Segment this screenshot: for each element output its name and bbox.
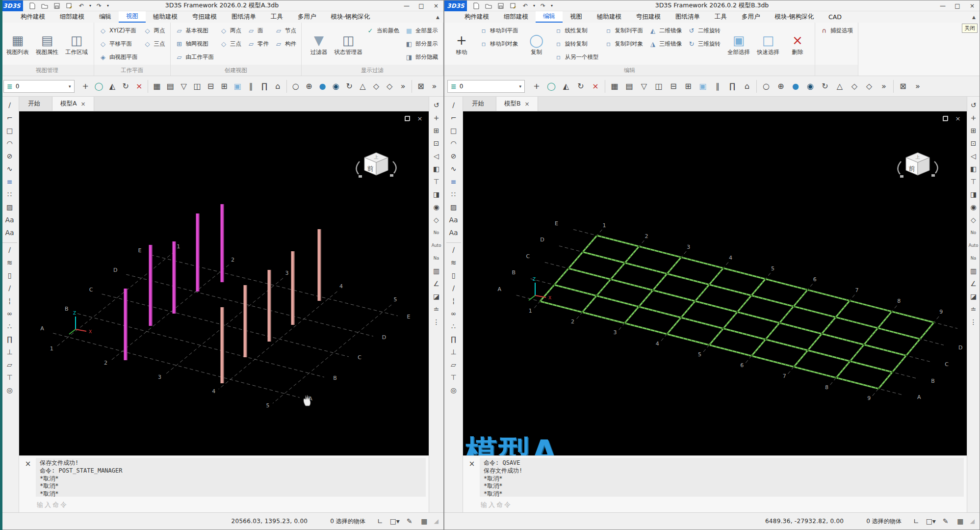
menu-tab[interactable]: 模块-钢构深化 <box>324 11 378 23</box>
ribbon-mirror-3d[interactable]: ◮三维镜像 <box>647 37 684 50</box>
column-member-icon[interactable]: ▯ <box>447 269 460 281</box>
shaded-mode-icon[interactable]: ● <box>789 80 802 93</box>
ribbon-partial-show[interactable]: ◧部分显示 <box>403 37 440 50</box>
sep[interactable] <box>148 80 148 93</box>
redo-dropdown-icon[interactable]: ▾ <box>551 3 553 8</box>
more-tools-icon[interactable]: ⋮ <box>967 316 980 328</box>
ribbon-quick-select[interactable]: □快速选择 <box>754 24 782 64</box>
mirror-tool-icon[interactable]: ◭ <box>559 80 573 93</box>
draw-arc-icon[interactable]: ◠ <box>3 137 16 149</box>
partial-hide-icon[interactable]: ⊟ <box>667 80 680 93</box>
tee-section-icon[interactable]: ⊤ <box>3 371 16 383</box>
divider[interactable] <box>446 239 461 243</box>
frame-icon[interactable]: ∏ <box>447 333 460 345</box>
cube-view-icon[interactable]: ◇ <box>370 80 382 93</box>
menu-tab[interactable]: 编辑 <box>92 11 119 23</box>
open-file-button[interactable] <box>484 1 493 10</box>
ribbon-work-area[interactable]: ◫工作区域 <box>62 24 91 64</box>
viewport-model-b[interactable]: EEDDCCBBAA112233445566778899XZ上前 × 模型A <box>463 111 967 455</box>
align-icon[interactable]: ≐ <box>967 303 980 315</box>
command-input[interactable] <box>480 501 918 509</box>
draw-line-icon[interactable]: ∕ <box>3 99 16 111</box>
delete-tool-icon[interactable]: × <box>133 80 145 93</box>
sep[interactable] <box>286 80 287 93</box>
ribbon-two-points-2[interactable]: ◇两点 <box>218 24 243 37</box>
front-view-icon[interactable]: ◨ <box>430 188 443 200</box>
filter-icon[interactable]: ▽ <box>637 80 651 93</box>
beam-member-icon[interactable]: ∕ <box>447 243 460 256</box>
ribbon-move[interactable]: +移动 <box>447 24 476 64</box>
ribbon-face-view[interactable]: ▱面 <box>245 24 271 37</box>
show-all-icon[interactable]: ⊞ <box>218 80 230 93</box>
rendered-mode-icon[interactable]: ◉ <box>803 80 817 93</box>
ribbon-node-view[interactable]: ▱节点 <box>273 24 298 37</box>
close-button[interactable]: × <box>429 0 443 11</box>
viewport-restore-icon[interactable] <box>403 114 411 122</box>
ribbon-three-points[interactable]: ◇三点 <box>142 37 167 50</box>
tab-close-icon[interactable]: × <box>81 101 86 107</box>
filter-icon[interactable]: ▽ <box>178 80 190 93</box>
menu-tab[interactable]: 弯扭建模 <box>629 11 668 23</box>
draw-line-icon[interactable]: ∕ <box>447 99 460 111</box>
sep[interactable] <box>605 80 605 93</box>
plate-member-icon[interactable]: ≋ <box>447 256 460 268</box>
minimize-button[interactable]: — <box>935 0 950 11</box>
ribbon-from-another-model[interactable]: ▫从另一个模型 <box>553 51 601 63</box>
auto-snap-icon[interactable]: Auto <box>430 239 443 251</box>
ribbon-copy[interactable]: ◯复制 <box>522 24 551 64</box>
no-snap-icon[interactable]: No <box>430 226 443 238</box>
text-style-icon[interactable]: Aa <box>3 226 16 238</box>
prev-view-icon[interactable]: ◁ <box>430 150 443 162</box>
undo-button[interactable]: ↶ <box>77 1 86 10</box>
section-view-icon[interactable]: ∥ <box>711 80 724 93</box>
sketch-add-icon[interactable]: ⊕ <box>774 80 788 93</box>
plan-view-icon[interactable]: ∏ <box>258 80 270 93</box>
cube-view-2-icon[interactable]: ◇ <box>384 80 396 93</box>
mirror-tool-icon[interactable]: ◭ <box>106 80 118 93</box>
zoom-extents-icon[interactable]: ⊞ <box>430 124 443 136</box>
menu-tab[interactable]: 工具 <box>263 11 290 23</box>
text-icon[interactable]: Aa <box>3 213 16 226</box>
ribbon-copy-to-object[interactable]: ▫复制到对象 <box>603 37 645 50</box>
axis-line-icon[interactable]: ¦ <box>3 294 16 307</box>
document-tab[interactable]: 模型A× <box>52 97 94 111</box>
ribbon-move-to-object[interactable]: ▫移动到对象 <box>478 37 520 50</box>
draw-spline-icon[interactable]: ∿ <box>3 162 16 175</box>
ribbon-state-manager[interactable]: ◫状态管理器 <box>334 24 362 64</box>
annotation-pen-icon[interactable]: ✎ <box>404 515 415 527</box>
ribbon-xyz-plane[interactable]: ◇XY(Z)平面 <box>97 24 140 37</box>
sep[interactable] <box>412 80 412 93</box>
app-logo[interactable]: 3D3S <box>444 0 467 11</box>
auto-snap-icon[interactable]: Auto <box>967 239 980 251</box>
menu-tab[interactable]: 辅助建模 <box>146 11 185 23</box>
orbit-view-icon[interactable]: ↻ <box>818 80 832 93</box>
plate-member-icon[interactable]: ≋ <box>3 256 16 268</box>
point-grid-icon[interactable]: ∷ <box>3 188 16 200</box>
command-window-icon[interactable]: ▦ <box>418 515 430 527</box>
tee-section-icon[interactable]: ⊤ <box>447 371 460 383</box>
sketch-circle-icon[interactable]: ○ <box>759 80 773 93</box>
menu-tab[interactable]: 模块-钢构深化 <box>768 11 822 23</box>
ribbon-move-to-plane[interactable]: ▫移动到平面 <box>478 24 520 37</box>
viewport-layout-icon[interactable]: □▾ <box>925 515 937 527</box>
menu-tab[interactable]: 多用户 <box>290 11 324 23</box>
rotate-tool-icon[interactable]: ↻ <box>120 80 132 93</box>
ribbon-snap-options[interactable]: ∩捕捉选项 <box>818 24 855 37</box>
new-file-button[interactable] <box>472 1 481 10</box>
annotation-pen-icon[interactable]: ✎ <box>940 515 952 527</box>
ribbon-show-all[interactable]: ■全部显示 <box>403 24 440 37</box>
command-close-icon[interactable]: × <box>24 460 32 468</box>
link-member-icon[interactable]: ∞ <box>3 307 16 319</box>
command-input[interactable] <box>36 501 389 509</box>
show-all-icon[interactable]: ⊞ <box>681 80 695 93</box>
axes-view-icon[interactable]: △ <box>357 80 369 93</box>
pan-icon[interactable]: + <box>430 111 443 124</box>
menu-tab[interactable]: 构件建模 <box>457 11 496 23</box>
section-view-icon[interactable]: ∥ <box>245 80 257 93</box>
model-view-icon[interactable]: ⌂ <box>272 80 284 93</box>
hatch-region-icon[interactable]: ▨ <box>3 201 16 213</box>
zoom-extents-icon[interactable]: ⊞ <box>967 124 980 136</box>
more-2-icon[interactable]: » <box>428 80 440 93</box>
iso-view-icon[interactable]: ◧ <box>967 162 980 175</box>
copy-tool-icon[interactable]: ◯ <box>544 80 558 93</box>
